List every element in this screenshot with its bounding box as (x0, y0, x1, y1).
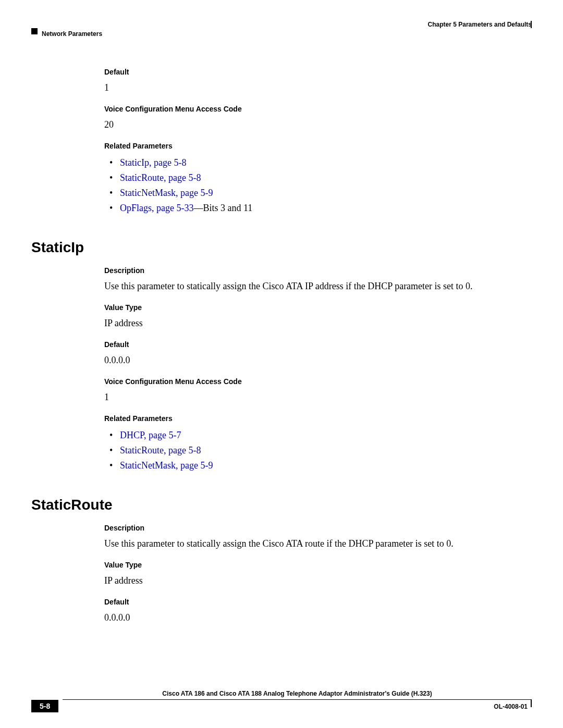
header-tick-icon (531, 21, 532, 28)
description-text: Use this parameter to statically assign … (104, 537, 532, 550)
footer-tick-icon (531, 700, 532, 707)
page-number: 5-8 (31, 700, 58, 712)
default-value: 1 (104, 81, 532, 94)
heading-staticroute: StaticRoute (31, 497, 532, 513)
default-label: Default (104, 340, 532, 349)
link-staticnetmask[interactable]: StaticNetMask, page 5-9 (120, 188, 213, 198)
list-item: StaticIp, page 5-8 (104, 155, 532, 170)
link-staticip[interactable]: StaticIp, page 5-8 (120, 157, 186, 168)
related-parameters-list: DHCP, page 5-7 StaticRoute, page 5-8 Sta… (104, 428, 532, 473)
default-value: 0.0.0.0 (104, 611, 532, 624)
link-tail: —Bits 3 and 11 (193, 203, 252, 213)
heading-staticip: StaticIp (31, 239, 532, 256)
link-staticroute[interactable]: StaticRoute, page 5-8 (120, 445, 201, 455)
page-footer: Cisco ATA 186 and Cisco ATA 188 Analog T… (31, 690, 532, 712)
related-parameters-list: StaticIp, page 5-8 StaticRoute, page 5-8… (104, 155, 532, 215)
vcmac-label: Voice Configuration Menu Access Code (104, 377, 532, 386)
list-item: StaticNetMask, page 5-9 (104, 186, 532, 201)
link-staticnetmask[interactable]: StaticNetMask, page 5-9 (120, 460, 213, 471)
value-type-value: IP address (104, 317, 532, 330)
doc-number: OL-4008-01 (494, 703, 528, 710)
header-square-icon (31, 28, 38, 34)
vcmac-label: Voice Configuration Menu Access Code (104, 105, 532, 113)
default-label: Default (104, 68, 532, 76)
value-type-label: Value Type (104, 561, 532, 569)
related-parameters-label: Related Parameters (104, 414, 532, 423)
link-opflags[interactable]: OpFlags, page 5-33 (120, 203, 193, 213)
link-staticroute[interactable]: StaticRoute, page 5-8 (120, 172, 201, 183)
related-parameters-label: Related Parameters (104, 142, 532, 150)
footer-doc-title: Cisco ATA 186 and Cisco ATA 188 Analog T… (63, 690, 532, 697)
description-label: Description (104, 266, 532, 275)
list-item: StaticRoute, page 5-8 (104, 170, 532, 186)
main-content: Default 1 Voice Configuration Menu Acces… (104, 68, 532, 624)
link-dhcp[interactable]: DHCP, page 5-7 (120, 430, 181, 440)
list-item: StaticNetMask, page 5-9 (104, 458, 532, 473)
list-item: OpFlags, page 5-33—Bits 3 and 11 (104, 201, 532, 216)
list-item: DHCP, page 5-7 (104, 428, 532, 443)
header-section: Network Parameters (42, 30, 102, 38)
vcmac-value: 20 (104, 118, 532, 131)
default-value: 0.0.0.0 (104, 354, 532, 367)
description-text: Use this parameter to statically assign … (104, 280, 532, 293)
value-type-value: IP address (104, 574, 532, 587)
page-header: Chapter 5 Parameters and Defaults Networ… (31, 21, 532, 36)
value-type-label: Value Type (104, 303, 532, 312)
description-label: Description (104, 524, 532, 532)
vcmac-value: 1 (104, 391, 532, 404)
list-item: StaticRoute, page 5-8 (104, 443, 532, 458)
header-chapter: Chapter 5 Parameters and Defaults (428, 21, 532, 28)
default-label: Default (104, 598, 532, 606)
